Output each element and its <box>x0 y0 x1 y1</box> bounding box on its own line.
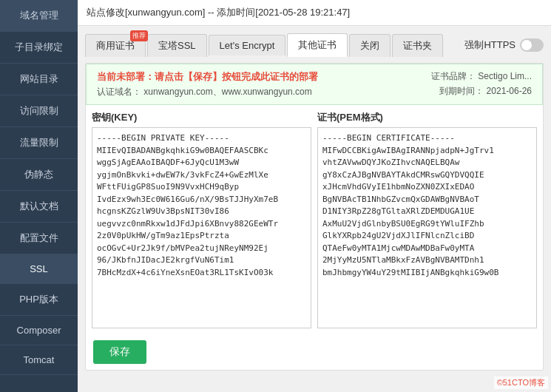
title-bar: 站点修改[xunwangyun.com] -- 添加时间[2021-05-28 … <box>78 0 551 26</box>
tab-other-cert[interactable]: 其他证书 <box>287 33 348 57</box>
key-section: 密钥(KEY) <box>92 111 311 328</box>
force-https-toggle[interactable] <box>520 38 544 52</box>
sidebar-item-access-restriction[interactable]: 访问限制 <box>0 95 78 127</box>
sidebar-item-config-file[interactable]: 配置文件 <box>0 223 78 254</box>
cert-textarea[interactable] <box>317 127 537 328</box>
force-https-label: 强制HTTPS <box>464 38 515 52</box>
sidebar-item-tomcat[interactable]: Tomcat <box>0 345 78 375</box>
title-text: 站点修改[xunwangyun.com] -- 添加时间[2021-05-28 … <box>87 7 350 18</box>
alert-bar: 当前未部署：请点击【保存】按钮完成此证书的部署 认证域名： xunwangyun… <box>86 64 543 105</box>
alert-expire: 到期时间： 2021-06-26 <box>431 85 532 98</box>
key-textarea[interactable] <box>92 127 311 328</box>
editors-area: 密钥(KEY) 证书(PEM格式) <box>86 105 543 334</box>
sidebar-item-ssl[interactable]: SSL <box>0 254 78 284</box>
sidebar-item-domain-management[interactable]: 域名管理 <box>0 0 78 32</box>
tab-commercial-cert[interactable]: 商用证书 推荐 <box>85 34 146 57</box>
tab-cert-folder[interactable]: 证书夹 <box>392 34 443 57</box>
alert-domains: 认证域名： xunwangyun.com、www.xunwangyun.com <box>97 86 318 98</box>
alert-right: 证书品牌： Sectigo Lim... 到期时间： 2021-06-26 <box>431 70 532 98</box>
save-button[interactable]: 保存 <box>93 340 146 364</box>
tab-baota-ssl[interactable]: 宝塔SSL <box>147 34 207 57</box>
cert-panel: 当前未部署：请点击【保存】按钮完成此证书的部署 认证域名： xunwangyun… <box>85 63 544 371</box>
sidebar-item-traffic-limit[interactable]: 流量限制 <box>0 127 78 159</box>
sidebar-item-rewrite[interactable]: 伪静态 <box>0 159 78 191</box>
sidebar-item-default-document[interactable]: 默认文档 <box>0 191 78 223</box>
content-area: 商用证书 推荐 宝塔SSL Let's Encrypt 其他证书 关闭 证书夹 … <box>78 26 551 392</box>
save-area: 保存 <box>86 334 543 370</box>
main-content: 站点修改[xunwangyun.com] -- 添加时间[2021-05-28 … <box>78 0 551 392</box>
sidebar-item-subdirectory-binding[interactable]: 子目录绑定 <box>0 32 78 64</box>
cert-label: 证书(PEM格式) <box>317 111 537 124</box>
sidebar-item-website-directory[interactable]: 网站目录 <box>0 64 78 95</box>
tab-close[interactable]: 关闭 <box>349 34 391 57</box>
recommended-badge: 推荐 <box>130 30 148 41</box>
tab-bar: 商用证书 推荐 宝塔SSL Let's Encrypt 其他证书 关闭 证书夹 … <box>85 33 544 57</box>
key-label: 密钥(KEY) <box>92 111 311 124</box>
alert-title: 当前未部署：请点击【保存】按钮完成此证书的部署 <box>97 70 318 84</box>
sidebar: 域名管理 子目录绑定 网站目录 访问限制 流量限制 伪静态 默认文档 配置文件 … <box>0 0 78 392</box>
alert-left: 当前未部署：请点击【保存】按钮完成此证书的部署 认证域名： xunwangyun… <box>97 70 318 98</box>
tab-lets-encrypt[interactable]: Let's Encrypt <box>209 35 286 55</box>
cert-section: 证书(PEM格式) <box>317 111 537 328</box>
force-https-control: 强制HTTPS <box>464 38 544 52</box>
alert-brand: 证书品牌： Sectigo Lim... <box>431 70 532 83</box>
sidebar-item-php-version[interactable]: PHP版本 <box>0 284 78 316</box>
watermark: ©51CTO博客 <box>494 376 548 389</box>
sidebar-item-composer[interactable]: Composer <box>0 316 78 345</box>
